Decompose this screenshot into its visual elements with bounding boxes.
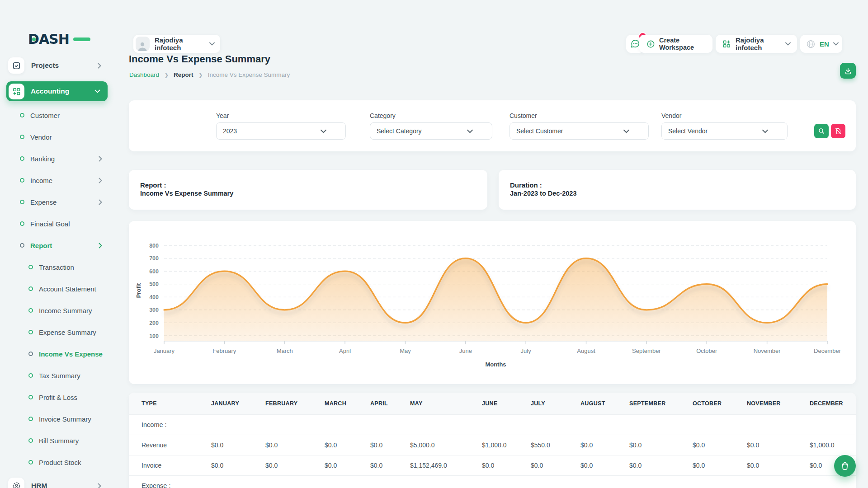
sidebar-item-label: Profit & Loss <box>39 394 77 401</box>
sidebar-item-customer[interactable]: Customer <box>0 104 114 126</box>
cell-value: $0.0 <box>253 435 312 455</box>
sidebar-item-product-stock[interactable]: Product Stock <box>0 451 114 473</box>
svg-text:June: June <box>459 347 472 354</box>
bullet-icon <box>28 417 33 421</box>
category-label: Category <box>370 112 396 119</box>
sidebar-item-label: Invoice Summary <box>39 415 91 423</box>
table-body: Income :Revenue$0.0$0.0$0.0$0.0$5,000.0$… <box>129 415 856 488</box>
svg-text:200: 200 <box>149 320 159 326</box>
purchase-fab-button[interactable] <box>834 455 856 477</box>
year-select[interactable]: 2023 <box>216 122 346 140</box>
section-label: Income : <box>129 415 856 435</box>
column-header-september: SEPTEMBER <box>617 393 680 415</box>
customer-label: Customer <box>509 112 537 119</box>
breadcrumb: Dashboard ❯ Report ❯ Income Vs Expense S… <box>129 71 290 78</box>
sidebar-item-accounting[interactable]: Accounting <box>6 81 108 101</box>
breadcrumb-dashboard[interactable]: Dashboard <box>129 71 159 78</box>
bullet-icon <box>20 221 24 226</box>
bullet-icon <box>28 352 33 356</box>
sidebar-item-income-vs-expense[interactable]: Income Vs Expense <box>0 343 114 365</box>
chevron-down-icon <box>762 129 768 133</box>
svg-text:100: 100 <box>149 333 159 339</box>
bullet-icon <box>28 373 33 378</box>
sidebar-item-income[interactable]: Income <box>0 169 114 191</box>
chevron-right-icon <box>99 156 102 162</box>
table-header-row: TYPEJANUARYFEBRUARYMARCHAPRILMAYJUNEJULY… <box>129 393 856 415</box>
bullet-icon <box>28 286 33 291</box>
svg-text:January: January <box>154 347 175 354</box>
chevron-down-icon <box>833 42 839 46</box>
chevron-right-icon <box>99 243 102 249</box>
sidebar-item-vendor[interactable]: Vendor <box>0 126 114 148</box>
sidebar-item-income-summary[interactable]: Income Summary <box>0 300 114 321</box>
sidebar-item-label: Customer <box>30 112 60 119</box>
cell-value: $0.0 <box>734 455 797 476</box>
workspace-select[interactable]: Rajodiya infotech <box>716 35 797 53</box>
summary-table: TYPEJANUARYFEBRUARYMARCHAPRILMAYJUNEJULY… <box>129 393 856 488</box>
cell-value: $0.0 <box>469 455 518 476</box>
create-workspace-button[interactable]: Create Workspace <box>639 35 712 53</box>
customer-select[interactable]: Select Customer <box>509 122 649 140</box>
cell-value: $0.0 <box>734 435 797 455</box>
table-row: Income : <box>129 415 856 435</box>
chevron-right-icon <box>99 199 102 205</box>
svg-text:400: 400 <box>149 294 159 300</box>
chevron-down-icon <box>209 42 215 46</box>
sidebar-item-finacial-goal[interactable]: Finacial Goal <box>0 213 114 235</box>
download-button[interactable] <box>840 63 856 79</box>
language-code: EN <box>820 40 829 48</box>
reset-filter-button[interactable] <box>831 124 845 138</box>
bullet-icon <box>28 308 33 313</box>
sidebar-item-label: Projects <box>31 61 59 70</box>
cell-value: $0.0 <box>617 455 680 476</box>
user-scan-icon <box>8 478 24 488</box>
sidebar-item-transaction[interactable]: Transaction <box>0 256 114 278</box>
sidebar-item-label: Tax Summary <box>39 372 80 380</box>
svg-text:600: 600 <box>149 268 159 275</box>
sidebar-item-account-statement[interactable]: Account Statement <box>0 278 114 300</box>
svg-text:800: 800 <box>149 243 159 249</box>
sidebar-item-expense-summary[interactable]: Expense Summary <box>0 321 114 343</box>
svg-text:December: December <box>814 347 841 354</box>
sidebar-item-expense[interactable]: Expense <box>0 191 114 213</box>
chevron-down-icon <box>467 129 473 133</box>
cell-value: $5,000.0 <box>397 435 469 455</box>
chevron-right-icon <box>98 483 101 488</box>
vendor-select[interactable]: Select Vendor <box>661 122 788 140</box>
sidebar-item-invoice-summary[interactable]: Invoice Summary <box>0 408 114 430</box>
cell-value: $0.0 <box>358 455 397 476</box>
column-header-march: MARCH <box>312 393 358 415</box>
bullet-icon <box>20 113 24 117</box>
cell-value: $0.0 <box>617 435 680 455</box>
workspace-switcher[interactable]: Rajodiya infotech <box>133 35 220 53</box>
sidebar-item-tax-summary[interactable]: Tax Summary <box>0 365 114 386</box>
sidebar-item-label: Transaction <box>39 263 74 271</box>
sidebar-item-projects[interactable]: Projects <box>0 53 114 78</box>
table-row: Revenue$0.0$0.0$0.0$0.0$5,000.0$1,000.0$… <box>129 435 856 455</box>
customer-value: Select Customer <box>516 127 563 135</box>
column-header-december: DECEMBER <box>797 393 856 415</box>
grid-icon <box>9 84 24 99</box>
search-button[interactable] <box>814 124 829 138</box>
sidebar-item-report[interactable]: Report <box>0 235 114 256</box>
sidebar-item-bill-summary[interactable]: Bill Summary <box>0 430 114 451</box>
column-header-august: AUGUST <box>568 393 617 415</box>
category-select[interactable]: Select Category <box>370 122 492 140</box>
column-header-november: NOVEMBER <box>734 393 797 415</box>
svg-text:July: July <box>521 347 532 354</box>
report-card-value: Income Vs Expense Summary <box>129 189 487 197</box>
sidebar-item-hrm[interactable]: HRM <box>0 473 114 488</box>
language-select[interactable]: EN <box>800 35 842 53</box>
cell-value: $0.0 <box>568 435 617 455</box>
summary-table-card: TYPEJANUARYFEBRUARYMARCHAPRILMAYJUNEJULY… <box>129 393 856 488</box>
sidebar-item-label: Accounting <box>31 87 69 95</box>
column-header-february: FEBRUARY <box>253 393 312 415</box>
sidebar-item-label: Income <box>30 177 52 184</box>
app-logo[interactable]: DASH <box>28 30 91 49</box>
sidebar-item-banking[interactable]: Banking <box>0 148 114 169</box>
duration-card: Duration : Jan-2023 to Dec-2023 <box>499 170 856 210</box>
svg-text:500: 500 <box>149 281 159 287</box>
sidebar-item-profit-loss[interactable]: Profit & Loss <box>0 386 114 408</box>
breadcrumb-report[interactable]: Report <box>174 71 193 78</box>
duration-card-value: Jan-2023 to Dec-2023 <box>499 189 856 197</box>
